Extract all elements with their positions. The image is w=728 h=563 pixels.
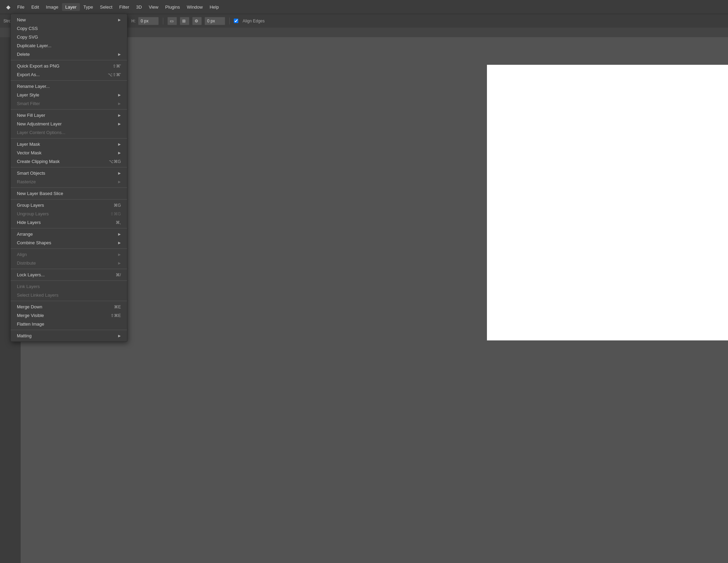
menu-item-new-layer-based-slice[interactable]: New Layer Based Slice [11, 189, 127, 198]
menubar-item-plugins[interactable]: Plugins [162, 3, 184, 11]
menubar-item-layer[interactable]: Layer [62, 3, 80, 11]
sep-2 [11, 80, 127, 81]
sep-11 [11, 280, 127, 281]
menubar-item-select[interactable]: Select [96, 3, 116, 11]
menu-item-copy-svg[interactable]: Copy SVG [11, 33, 127, 41]
menubar: ◆ File Edit Image Layer Type Select Filt… [0, 0, 728, 14]
align-edges-checkbox[interactable] [234, 19, 238, 23]
separator-2 [163, 18, 163, 24]
menubar-item-help[interactable]: Help [206, 3, 222, 11]
align-edges-label: Align Edges [242, 19, 264, 23]
menu-item-arrange[interactable]: Arrange ▶ [11, 230, 127, 238]
menu-item-flatten-image[interactable]: Flatten Image [11, 320, 127, 328]
separator-3 [229, 18, 230, 24]
menu-item-new[interactable]: New ▶ [11, 16, 127, 24]
sep-8 [11, 228, 127, 228]
menu-item-layer-mask[interactable]: Layer Mask ▶ [11, 140, 127, 149]
menu-item-rename-layer[interactable]: Rename Layer... [11, 82, 127, 91]
menu-item-vector-mask[interactable]: Vector Mask ▶ [11, 149, 127, 157]
menu-item-ungroup-layers[interactable]: Ungroup Layers ⇧⌘G [11, 209, 127, 218]
menu-item-hide-layers[interactable]: Hide Layers ⌘, [11, 218, 127, 227]
sep-3 [11, 109, 127, 110]
menu-item-export-as[interactable]: Export As... ⌥⇧⌘' [11, 70, 127, 79]
align-button-2[interactable]: ⊞ [180, 17, 189, 25]
menu-item-link-layers[interactable]: Link Layers [11, 282, 127, 291]
menu-item-layer-style[interactable]: Layer Style ▶ [11, 91, 127, 99]
menu-item-quick-export[interactable]: Quick Export as PNG ⇧⌘' [11, 62, 127, 70]
menubar-item-view[interactable]: View [145, 3, 162, 11]
menu-item-create-clipping-mask[interactable]: Create Clipping Mask ⌥⌘G [11, 157, 127, 166]
menu-item-matting[interactable]: Matting ▶ [11, 331, 127, 340]
sep-7 [11, 199, 127, 199]
menu-item-duplicate-layer[interactable]: Duplicate Layer... [11, 41, 127, 50]
menu-item-layer-content-options[interactable]: Layer Content Options... [11, 128, 127, 137]
sep-5 [11, 167, 127, 167]
sep-12 [11, 301, 127, 301]
menu-item-smart-filter[interactable]: Smart Filter ▶ [11, 99, 127, 108]
menubar-item-3d[interactable]: 3D [133, 3, 145, 11]
menu-item-rasterize[interactable]: Rasterize ▶ [11, 177, 127, 186]
sep-6 [11, 187, 127, 188]
sep-9 [11, 248, 127, 249]
h-value[interactable]: 0 px [138, 17, 159, 25]
menubar-item-window[interactable]: Window [183, 3, 206, 11]
menu-item-new-fill-layer[interactable]: New Fill Layer ▶ [11, 111, 127, 120]
menubar-item-type[interactable]: Type [80, 3, 96, 11]
menu-item-merge-down[interactable]: Merge Down ⌘E [11, 303, 127, 311]
sep-10 [11, 269, 127, 269]
menubar-item-edit[interactable]: Edit [28, 3, 42, 11]
menu-item-distribute[interactable]: Distribute ▶ [11, 259, 127, 267]
menu-item-copy-css[interactable]: Copy CSS [11, 24, 127, 33]
menu-item-combine-shapes[interactable]: Combine Shapes ▶ [11, 238, 127, 247]
menu-item-select-linked-layers[interactable]: Select Linked Layers [11, 291, 127, 299]
align-button-3[interactable]: ⚙ [192, 17, 202, 25]
canvas-document [487, 65, 728, 340]
menubar-item-file[interactable]: File [14, 3, 28, 11]
menu-item-merge-visible[interactable]: Merge Visible ⇧⌘E [11, 311, 127, 320]
sep-13 [11, 330, 127, 330]
menu-item-smart-objects[interactable]: Smart Objects ▶ [11, 169, 127, 177]
menu-item-delete[interactable]: Delete ▶ [11, 50, 127, 59]
menu-item-lock-layers[interactable]: Lock Layers... ⌘/ [11, 270, 127, 279]
menubar-item-app[interactable]: ◆ [3, 2, 14, 12]
menu-item-group-layers[interactable]: Group Layers ⌘G [11, 201, 127, 209]
layer-menu: New ▶ Copy CSS Copy SVG Duplicate Layer.… [10, 14, 127, 342]
sep-1 [11, 60, 127, 60]
menu-item-new-adjustment-layer[interactable]: New Adjustment Layer ▶ [11, 120, 127, 128]
sep-4 [11, 138, 127, 139]
menubar-item-image[interactable]: Image [42, 3, 62, 11]
h-label: H: [131, 19, 135, 23]
align-button-1[interactable]: ▭ [167, 17, 177, 25]
corner-radius[interactable]: 0 px [205, 17, 225, 25]
menubar-item-filter[interactable]: Filter [116, 3, 133, 11]
menu-item-align[interactable]: Align ▶ [11, 250, 127, 259]
